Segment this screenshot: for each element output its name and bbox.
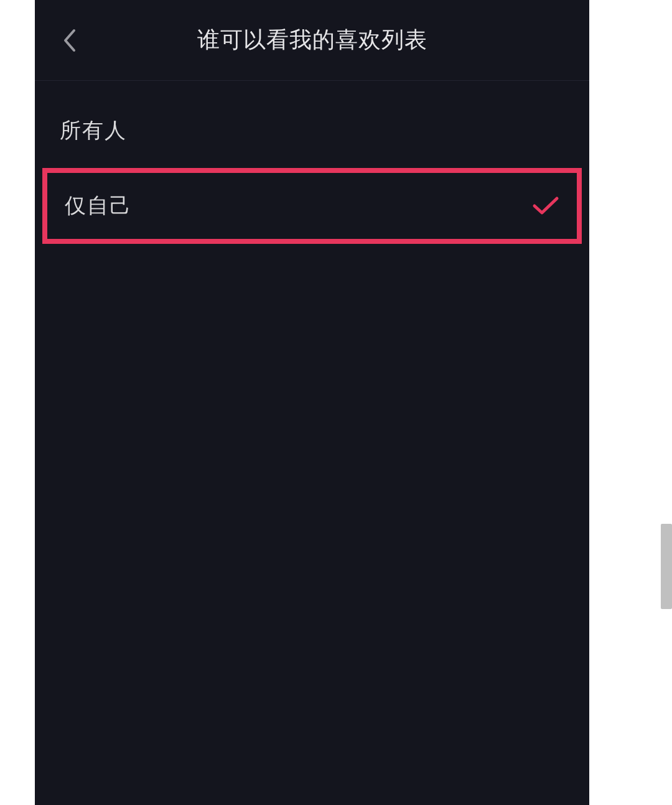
option-everyone[interactable]: 所有人 xyxy=(35,93,589,168)
options-list: 所有人 仅自己 xyxy=(35,81,589,244)
back-button[interactable] xyxy=(54,25,85,56)
option-only-me[interactable]: 仅自己 xyxy=(42,168,582,244)
option-label: 仅自己 xyxy=(65,192,132,220)
page-title: 谁可以看我的喜欢列表 xyxy=(197,25,427,55)
check-icon xyxy=(532,195,559,216)
chevron-left-icon xyxy=(62,28,77,53)
header: 谁可以看我的喜欢列表 xyxy=(35,0,589,81)
app-container: 谁可以看我的喜欢列表 所有人 仅自己 xyxy=(35,0,589,805)
scrollbar-thumb[interactable] xyxy=(661,524,672,609)
option-label: 所有人 xyxy=(60,116,127,145)
